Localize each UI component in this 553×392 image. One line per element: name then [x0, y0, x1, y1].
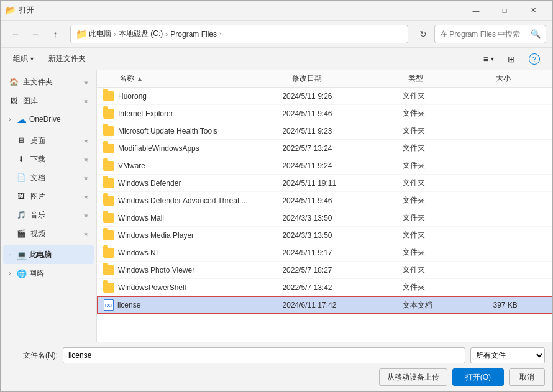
- file-name-text: license: [117, 301, 140, 309]
- document-icon: 📄: [16, 172, 27, 183]
- cell-name: Windows Defender Advanced Threat ...: [97, 196, 280, 206]
- back-button[interactable]: ←: [7, 25, 24, 43]
- breadcrumb[interactable]: 📁 此电脑 › 本地磁盘 (C:) › Program Files ›: [70, 25, 408, 43]
- sidebar-item-home[interactable]: 🏠 主文件夹 ★: [3, 73, 94, 91]
- table-row[interactable]: Windows Defender Advanced Threat ... 202…: [97, 192, 552, 209]
- sidebar-item-desktop[interactable]: 🖥 桌面 ★: [3, 131, 94, 150]
- file-list: 名称 ▲ 修改日期 类型 大小 Huorong 2024/5/11 9:26 文…: [97, 70, 552, 342]
- forward-button[interactable]: →: [27, 25, 44, 43]
- cell-size: 397 KB: [490, 301, 552, 309]
- column-date[interactable]: 修改日期: [290, 73, 406, 84]
- file-name-text: Windows Defender Advanced Threat ...: [118, 196, 248, 205]
- minimize-button[interactable]: —: [462, 1, 490, 21]
- organize-button[interactable]: 组织 ▾: [7, 51, 40, 67]
- column-size[interactable]: 大小: [493, 73, 552, 84]
- sidebar-item-gallery[interactable]: 🖼 图库 ★: [3, 91, 94, 110]
- up-button[interactable]: ↑: [47, 25, 64, 43]
- image-icon: 🖼: [8, 95, 19, 106]
- table-row[interactable]: Windows Mail 2024/3/3 13:50 文件夹: [97, 209, 552, 227]
- cell-type: 文件夹: [400, 178, 491, 188]
- music-icon: 🎵: [16, 209, 27, 221]
- table-row[interactable]: ModifiableWindowsApps 2022/5/7 13:24 文件夹: [97, 140, 552, 157]
- window-icon: 📂: [6, 6, 16, 16]
- breadcrumb-computer[interactable]: 此电脑 ›: [89, 29, 117, 39]
- cell-name: Windows Media Player: [97, 230, 280, 240]
- cell-type: 文件夹: [400, 230, 491, 240]
- cell-date: 2024/5/11 19:11: [280, 179, 400, 188]
- help-button[interactable]: ?: [523, 51, 546, 67]
- open-dialog: 📂 打开 — □ ✕ ← → ↑ 📁 此电脑 › 本地磁盘 (C:) › Pro…: [0, 0, 553, 392]
- file-doc-icon: TXT: [104, 299, 114, 311]
- maximize-button[interactable]: □: [490, 1, 519, 21]
- open-button[interactable]: 打开(O): [452, 368, 504, 386]
- secondary-toolbar: 组织 ▾ 新建文件夹 ≡ ▾ ⊞ ?: [1, 48, 552, 70]
- cell-name: Microsoft Update Health Tools: [97, 126, 280, 136]
- filetype-select[interactable]: 所有文件: [470, 347, 545, 363]
- folder-icon: [103, 248, 114, 258]
- file-name-text: Windows Defender: [118, 179, 181, 188]
- onedrive-expand-icon[interactable]: ›: [6, 115, 14, 124]
- pin-icon-pictures: ★: [83, 193, 89, 200]
- view-button[interactable]: ≡ ▾: [477, 51, 500, 67]
- view-grid-button[interactable]: ⊞: [501, 51, 521, 67]
- sidebar-item-pictures[interactable]: 🖼 图片 ★: [3, 187, 94, 206]
- view-controls: ≡ ▾ ⊞ ?: [477, 51, 546, 67]
- file-name-text: Windows NT: [118, 248, 160, 257]
- pin-icon: ★: [83, 79, 89, 86]
- search-input[interactable]: [440, 30, 528, 39]
- cell-date: 2022/5/7 18:27: [280, 266, 400, 275]
- thispc-expand-icon[interactable]: ›: [6, 250, 14, 259]
- table-row[interactable]: Huorong 2024/5/11 9:26 文件夹: [97, 88, 552, 105]
- breadcrumb-drive[interactable]: 本地磁盘 (C:) ›: [119, 29, 169, 39]
- file-name-text: Windows Mail: [118, 214, 164, 222]
- cell-type: 文件夹: [400, 125, 491, 136]
- close-button[interactable]: ✕: [519, 1, 547, 21]
- cell-type: 文件夹: [400, 91, 491, 101]
- sidebar-item-downloads[interactable]: ⬇ 下载 ★: [3, 150, 94, 168]
- table-row[interactable]: Windows Photo Viewer 2022/5/7 18:27 文件夹: [97, 262, 552, 279]
- breadcrumb-folder[interactable]: Program Files ›: [170, 30, 221, 39]
- sidebar-group-onedrive[interactable]: › ☁ OneDrive: [3, 110, 94, 129]
- title-controls: — □ ✕: [462, 1, 547, 21]
- table-row[interactable]: WindowsPowerShell 2022/5/7 13:42 文件夹: [97, 279, 552, 296]
- cell-name: Windows Defender: [97, 178, 280, 188]
- computer-icon: 💻: [17, 250, 27, 260]
- table-row[interactable]: Windows Media Player 2024/3/3 13:50 文件夹: [97, 227, 552, 244]
- sidebar-item-music[interactable]: 🎵 音乐 ★: [3, 206, 94, 224]
- sidebar-item-documents[interactable]: 📄 文档 ★: [3, 168, 94, 187]
- column-name[interactable]: 名称 ▲: [97, 73, 290, 84]
- file-name-text: Windows Photo Viewer: [118, 266, 194, 275]
- file-list-header: 名称 ▲ 修改日期 类型 大小: [97, 70, 552, 88]
- network-icon: 🌐: [17, 269, 27, 278]
- upload-button[interactable]: 从移动设备上传: [379, 368, 447, 386]
- cell-date: 2022/5/7 13:42: [280, 283, 400, 292]
- table-row[interactable]: VMware 2024/5/11 9:24 文件夹: [97, 157, 552, 175]
- pictures-icon: 🖼: [16, 191, 27, 202]
- cell-name: Windows NT: [97, 248, 280, 258]
- cell-name: WindowsPowerShell: [97, 283, 280, 293]
- sidebar-group-thispc[interactable]: › 💻 此电脑: [3, 245, 94, 264]
- window-title: 打开: [19, 5, 34, 16]
- cell-name: ModifiableWindowsApps: [97, 144, 280, 153]
- refresh-button[interactable]: ↻: [414, 25, 432, 43]
- table-row[interactable]: Windows Defender 2024/5/11 19:11 文件夹: [97, 175, 552, 192]
- cell-type: 文件夹: [400, 143, 491, 153]
- sidebar-group-network[interactable]: › 🌐 网络: [3, 264, 94, 283]
- table-row[interactable]: TXT license 2024/6/11 17:42 文本文档 397 KB: [97, 296, 552, 314]
- table-row[interactable]: Internet Explorer 2024/5/11 9:46 文件夹: [97, 105, 552, 122]
- column-type[interactable]: 类型: [406, 73, 493, 84]
- folder-icon: [103, 230, 114, 240]
- table-row[interactable]: Windows NT 2024/5/11 9:17 文件夹: [97, 244, 552, 262]
- network-expand-icon[interactable]: ›: [6, 269, 14, 278]
- cell-date: 2024/3/3 13:50: [280, 214, 400, 222]
- cell-name: VMware: [97, 161, 280, 171]
- filename-input[interactable]: [63, 347, 465, 363]
- new-folder-button[interactable]: 新建文件夹: [42, 51, 92, 67]
- sidebar-item-videos[interactable]: 🎬 视频 ★: [3, 224, 94, 243]
- cell-type: 文件夹: [400, 108, 491, 119]
- cell-type: 文件夹: [400, 247, 491, 258]
- cancel-button[interactable]: 取消: [509, 368, 545, 386]
- cell-name: Huorong: [97, 91, 280, 101]
- filename-label: 文件名(N):: [8, 350, 58, 361]
- table-row[interactable]: Microsoft Update Health Tools 2024/5/11 …: [97, 122, 552, 140]
